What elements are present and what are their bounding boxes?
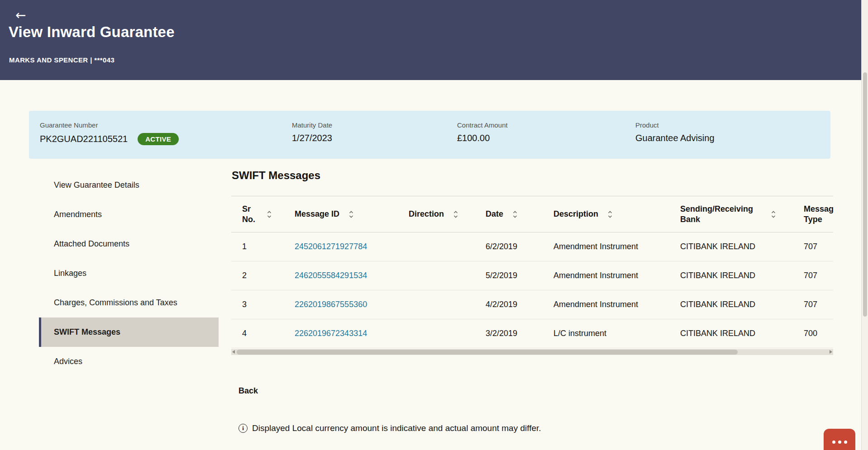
message-id-link[interactable]: 2452061271927784 <box>295 242 367 251</box>
sidebar-item-advices[interactable]: Advices <box>39 347 219 376</box>
vertical-scrollbar[interactable] <box>861 0 868 450</box>
sort-icon[interactable] <box>453 210 458 219</box>
cell-message-type: 707 <box>800 290 833 319</box>
column-label: Sending/Receiving Bank <box>680 204 762 224</box>
sidebar: View Guarantee Details Amendments Attach… <box>39 171 219 376</box>
cell-bank: CITIBANK IRELAND <box>677 319 800 348</box>
column-header-sr-no[interactable]: Sr No. <box>231 196 293 232</box>
column-header-description[interactable]: Description <box>550 196 677 232</box>
scroll-right-arrow-icon[interactable] <box>830 350 832 354</box>
cell-description: Amendment Instrument <box>550 290 677 319</box>
sidebar-item-amendments[interactable]: Amendments <box>39 200 219 229</box>
column-label: Description <box>553 209 598 219</box>
cell-sr-no: 2 <box>231 261 293 290</box>
column-label: Direction <box>409 209 444 219</box>
sort-icon[interactable] <box>267 210 272 219</box>
sort-icon[interactable] <box>771 210 776 219</box>
table-header-row: Sr No. Message ID Direction Date <box>231 196 833 232</box>
guarantee-number-value: PK2GUAD221105521 <box>40 134 128 144</box>
cell-date: 3/2/2019 <box>482 319 550 348</box>
sort-icon[interactable] <box>348 210 354 219</box>
sidebar-item-view-guarantee-details[interactable]: View Guarantee Details <box>39 171 219 200</box>
table-row: 2 2462055584291534 5/2/2019 Amendment In… <box>231 261 833 290</box>
column-header-message-id[interactable]: Message ID <box>293 196 405 232</box>
page-title: View Inward Guarantee <box>9 24 175 41</box>
cell-description: Amendment Instrument <box>550 261 677 290</box>
cell-date: 5/2/2019 <box>482 261 550 290</box>
cell-message-type: 707 <box>800 232 833 261</box>
horizontal-scrollbar-thumb[interactable] <box>237 350 738 355</box>
cell-bank: CITIBANK IRELAND <box>677 290 800 319</box>
cell-sr-no: 1 <box>231 232 293 261</box>
cell-description: L/C instrument <box>550 319 677 348</box>
sidebar-item-charges-commissions-taxes[interactable]: Charges, Commissions and Taxes <box>39 288 219 317</box>
swift-messages-panel: SWIFT Messages Sr No. Message ID <box>231 0 833 450</box>
chat-fab-button[interactable] <box>824 429 855 450</box>
cell-direction <box>405 290 482 319</box>
info-icon: i <box>238 424 248 433</box>
section-title: SWIFT Messages <box>232 169 320 182</box>
cell-message-type: 707 <box>800 261 833 290</box>
cell-sr-no: 4 <box>231 319 293 348</box>
customer-subtitle: MARKS AND SPENCER | ***043 <box>9 56 114 64</box>
table-row: 4 2262019672343314 3/2/2019 L/C instrume… <box>231 319 833 348</box>
cell-direction <box>405 261 482 290</box>
column-label: Sr No. <box>242 204 258 224</box>
info-text: Displayed Local currency amount is indic… <box>252 423 541 433</box>
sort-icon[interactable] <box>607 210 613 219</box>
cell-bank: CITIBANK IRELAND <box>677 232 800 261</box>
back-arrow-icon[interactable]: ← <box>15 9 26 22</box>
cell-message-type: 700 <box>800 319 833 348</box>
table-row: 1 2452061271927784 6/2/2019 Amendment In… <box>231 232 833 261</box>
sidebar-item-swift-messages[interactable]: SWIFT Messages <box>39 317 219 347</box>
back-button[interactable]: Back <box>238 386 258 396</box>
cell-sr-no: 3 <box>231 290 293 319</box>
cell-date: 4/2/2019 <box>482 290 550 319</box>
column-header-sending-receiving-bank[interactable]: Sending/Receiving Bank <box>677 196 800 232</box>
column-header-date[interactable]: Date <box>482 196 550 232</box>
cell-direction <box>405 319 482 348</box>
column-header-direction[interactable]: Direction <box>405 196 482 232</box>
currency-info-note: i Displayed Local currency amount is ind… <box>238 423 541 433</box>
cell-direction <box>405 232 482 261</box>
status-badge: ACTIVE <box>138 133 179 145</box>
cell-bank: CITIBANK IRELAND <box>677 261 800 290</box>
cell-description: Amendment Instrument <box>550 232 677 261</box>
column-label: Message ID <box>295 209 339 219</box>
column-label: Message Type <box>804 204 833 224</box>
message-id-link[interactable]: 2262019672343314 <box>295 329 367 338</box>
table-row: 3 2262019867555360 4/2/2019 Amendment In… <box>231 290 833 319</box>
swift-messages-table: Sr No. Message ID Direction Date <box>231 196 833 348</box>
ellipsis-dots-icon <box>832 441 847 450</box>
scroll-left-arrow-icon[interactable] <box>232 350 235 354</box>
column-header-message-type[interactable]: Message Type <box>800 196 833 232</box>
sort-icon[interactable] <box>512 210 518 219</box>
vertical-scrollbar-thumb[interactable] <box>863 72 867 317</box>
message-id-link[interactable]: 2262019867555360 <box>295 300 367 309</box>
sidebar-item-attached-documents[interactable]: Attached Documents <box>39 229 219 259</box>
column-label: Date <box>486 209 503 219</box>
horizontal-scrollbar[interactable] <box>231 349 833 355</box>
sidebar-item-linkages[interactable]: Linkages <box>39 259 219 288</box>
message-id-link[interactable]: 2462055584291534 <box>295 271 367 280</box>
cell-date: 6/2/2019 <box>482 232 550 261</box>
